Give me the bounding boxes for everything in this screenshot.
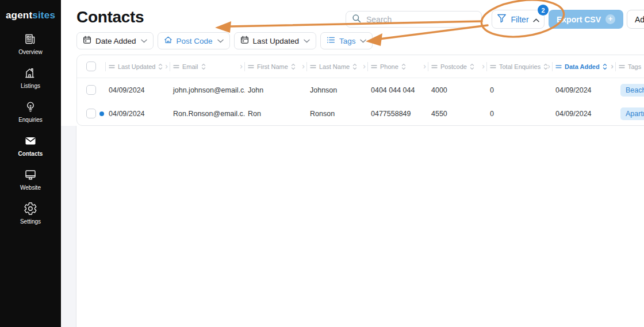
chevron-down-icon — [304, 39, 310, 43]
column-header-first-name[interactable]: First Name — [245, 55, 307, 78]
column-label: Postcode — [440, 63, 467, 70]
column-label: Tags — [628, 63, 641, 70]
chip-post-code[interactable]: Post Code — [158, 32, 230, 49]
home-icon — [164, 36, 172, 46]
cell-total-enquiries: 0 — [487, 86, 553, 94]
cell-postcode: 4550 — [428, 110, 487, 118]
sort-icon — [352, 63, 357, 70]
column-header-data-added[interactable]: Data Added — [553, 55, 616, 78]
sidebar-item-overview[interactable]: Overview — [18, 32, 43, 55]
chevron-down-icon — [141, 39, 147, 43]
sidebar-nav: Overview Listings Enquiri — [18, 32, 43, 225]
chip-date-added[interactable]: Date Added — [76, 32, 154, 49]
export-csv-label: Export CSV — [557, 15, 601, 24]
brand-agent: agent — [6, 10, 32, 21]
cell-postcode: 4000 — [428, 86, 487, 94]
table-row[interactable]: 04/09/2024 john.johnson@email.c... John … — [77, 78, 644, 102]
sort-icon — [158, 63, 163, 70]
list-icon — [327, 36, 335, 46]
newspaper-icon — [24, 32, 37, 46]
row-checkbox[interactable] — [86, 85, 96, 95]
table-row[interactable]: 04/09/2024 Ron.Ronson@email.c... Ron Ron… — [77, 102, 644, 125]
sidebar: agentsites Overview — [0, 0, 61, 327]
chip-tags[interactable]: Tags — [320, 32, 373, 49]
funnel-icon — [497, 14, 507, 25]
sort-icon — [291, 63, 296, 70]
column-header-last-updated[interactable]: Last Updated — [106, 55, 170, 78]
search-icon — [352, 14, 361, 25]
drag-handle-icon — [555, 64, 562, 69]
chip-label: Date Added — [95, 37, 136, 45]
drag-handle-icon — [109, 64, 115, 69]
contacts-table: Last Updated Email First Name Last Name … — [76, 55, 644, 126]
drag-handle-icon — [490, 64, 496, 69]
plus-icon: + — [605, 14, 615, 24]
filter-button[interactable]: Filter 2 — [492, 10, 545, 29]
drag-handle-icon — [248, 64, 254, 69]
header-checkbox-cell — [77, 55, 106, 78]
cell-first-name: John — [245, 86, 307, 94]
filter-button-label: Filter — [511, 15, 528, 24]
search-input[interactable] — [366, 15, 476, 24]
chip-last-updated[interactable]: Last Updated — [234, 32, 316, 49]
column-header-email[interactable]: Email — [170, 55, 245, 78]
calendar-icon — [83, 36, 91, 46]
column-label: Last Updated — [118, 63, 155, 70]
sidebar-item-label: Settings — [20, 218, 41, 225]
cell-phone: 0477558849 — [368, 110, 428, 118]
sort-icon — [543, 63, 548, 70]
sidebar-item-label: Contacts — [18, 151, 43, 157]
chevron-down-icon — [217, 39, 224, 43]
cell-last-updated: 04/09/2024 — [106, 110, 170, 118]
chip-label: Post Code — [177, 37, 213, 45]
sidebar-item-label: Overview — [18, 49, 43, 55]
tag-badge: Apartment — [620, 107, 644, 120]
cell-last-updated: 04/09/2024 — [106, 86, 170, 94]
monitor-icon — [24, 168, 37, 182]
column-label: Data Added — [565, 63, 600, 70]
export-csv-button[interactable]: Export CSV + — [549, 10, 623, 29]
drag-handle-icon — [371, 64, 377, 69]
column-label: Phone — [380, 63, 398, 70]
cell-tags: Apartment — [616, 107, 644, 120]
cell-phone: 0404 044 044 — [368, 86, 428, 94]
column-label: Last Name — [319, 63, 350, 70]
column-header-total-enquiries[interactable]: Total Enquiries — [487, 55, 553, 78]
column-header-postcode[interactable]: Postcode — [428, 55, 487, 78]
row-checkbox[interactable] — [86, 109, 96, 118]
chip-label: Tags — [339, 37, 356, 45]
column-header-phone[interactable]: Phone — [368, 55, 428, 78]
column-header-tags[interactable]: Tags — [616, 55, 644, 78]
filter-count-badge: 2 — [538, 5, 549, 16]
column-label: First Name — [257, 63, 288, 70]
cell-tags: Beachside — [616, 84, 644, 97]
column-header-last-name[interactable]: Last Name — [307, 55, 368, 78]
chip-label: Last Updated — [253, 37, 299, 45]
chevron-down-icon — [360, 39, 366, 43]
sidebar-item-listings[interactable]: Listings — [21, 66, 40, 89]
annotation-arrowhead — [215, 21, 231, 33]
sidebar-item-enquiries[interactable]: Enquiries — [18, 100, 43, 123]
add-button[interactable]: Add — [627, 10, 644, 29]
sidebar-item-website[interactable]: Website — [20, 168, 41, 191]
cell-total-enquiries: 0 — [487, 110, 553, 118]
drag-handle-icon — [431, 64, 438, 69]
lightbulb-icon — [24, 100, 37, 114]
sidebar-item-label: Enquiries — [18, 117, 43, 123]
cell-last-name: Ronson — [307, 110, 368, 118]
cell-email: john.johnson@email.c... — [170, 86, 245, 94]
tag-badge: Beachside — [620, 84, 644, 97]
drag-handle-icon — [619, 64, 625, 69]
sidebar-item-label: Listings — [21, 83, 40, 89]
row-checkbox-cell — [77, 85, 106, 95]
chevron-up-icon — [533, 15, 539, 24]
brand-logo: agentsites — [6, 10, 55, 21]
sidebar-item-contacts[interactable]: Contacts — [18, 134, 43, 157]
select-all-checkbox[interactable] — [86, 61, 96, 71]
column-label: Total Enquiries — [499, 63, 540, 70]
column-label: Email — [182, 63, 198, 70]
sort-icon — [470, 63, 474, 70]
cell-last-name: Johnson — [307, 86, 368, 94]
sidebar-item-settings[interactable]: Settings — [20, 202, 41, 225]
add-button-label: Add — [635, 15, 644, 24]
